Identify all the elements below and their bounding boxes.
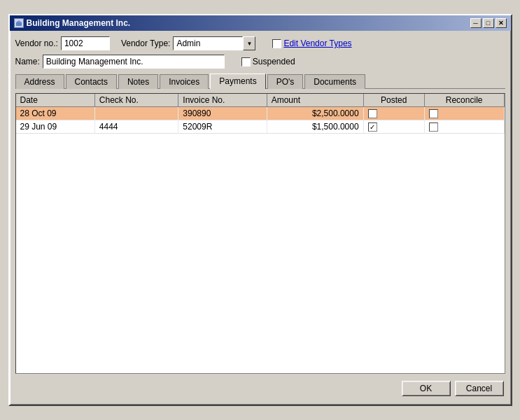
payments-table: Date Check No. Invoice No. Amount Posted… (16, 94, 505, 134)
title-buttons: ─ □ ✕ (470, 18, 507, 28)
cell-posted[interactable] (363, 107, 424, 120)
col-header-amount: Amount (267, 94, 363, 107)
payments-table-container: Date Check No. Invoice No. Amount Posted… (15, 93, 505, 374)
vendor-type-input[interactable] (173, 36, 243, 50)
name-input[interactable] (43, 55, 225, 69)
window-title: Building Management Inc. (27, 18, 131, 28)
cell-date: 28 Oct 09 (16, 107, 95, 120)
name-label: Name: (15, 57, 40, 66)
cell-amount: $2,500.0000 (267, 107, 363, 120)
cell-invoiceno: 390890 (178, 107, 267, 120)
tab-contacts[interactable]: Contacts (66, 74, 117, 89)
vendor-no-group: Vendor no.: (15, 36, 110, 50)
minimize-button[interactable]: ─ (470, 18, 482, 28)
cell-invoiceno: 52009R (178, 120, 267, 134)
suspended-checkbox[interactable] (241, 57, 251, 66)
table-row[interactable]: 28 Oct 09390890$2,500.0000 (16, 107, 505, 120)
table-row[interactable]: 29 Jun 09444452009R$1,500.0000 (16, 120, 505, 134)
tab-notes[interactable]: Notes (118, 74, 158, 89)
tabs-container: Address Contacts Notes Invoices Payments… (15, 73, 505, 89)
col-header-date: Date (16, 94, 95, 107)
posted-checkbox[interactable] (368, 109, 377, 118)
cell-checkno: 4444 (94, 120, 178, 134)
reconcile-checkbox[interactable] (429, 109, 438, 118)
name-group: Name: (15, 55, 225, 69)
vendor-type-label: Vendor Type: (121, 38, 171, 48)
tab-invoices[interactable]: Invoices (160, 74, 209, 89)
suspended-group: Suspended (241, 57, 295, 66)
edit-vendor-types-link[interactable]: Edit Vendor Types (283, 38, 351, 48)
posted-checkbox[interactable] (368, 122, 377, 132)
vendor-no-label: Vendor no.: (15, 38, 58, 48)
col-header-posted: Posted (363, 94, 424, 107)
main-window: Building Management Inc. ─ □ ✕ Vendor no… (8, 14, 512, 406)
cell-date: 29 Jun 09 (16, 120, 95, 134)
form-row-1: Vendor no.: Vendor Type: ▼ Edit Vendor T… (15, 36, 505, 50)
tab-documents[interactable]: Documents (304, 74, 365, 89)
tab-payments[interactable]: Payments (210, 74, 265, 89)
maximize-button[interactable]: □ (483, 18, 494, 28)
cancel-button[interactable]: Cancel (455, 381, 504, 396)
svg-rect-0 (16, 22, 22, 26)
reconcile-checkbox[interactable] (429, 122, 438, 132)
edit-vendor-types-checkbox[interactable] (272, 39, 281, 48)
suspended-label: Suspended (253, 57, 295, 66)
table-header-row: Date Check No. Invoice No. Amount Posted… (16, 94, 505, 107)
cell-reconcile[interactable] (424, 107, 504, 120)
title-bar-left: Building Management Inc. (14, 18, 131, 28)
svg-marker-1 (16, 20, 22, 22)
vendor-type-combo: ▼ (173, 36, 255, 50)
close-button[interactable]: ✕ (496, 18, 507, 28)
title-bar: Building Management Inc. ─ □ ✕ (10, 15, 511, 31)
vendor-type-dropdown-arrow[interactable]: ▼ (243, 36, 255, 50)
tab-pos[interactable]: PO's (267, 74, 304, 89)
col-header-checkno: Check No. (94, 94, 178, 107)
cell-reconcile[interactable] (424, 120, 504, 134)
cell-checkno (94, 107, 178, 120)
form-row-2: Name: Suspended (15, 55, 505, 69)
vendor-no-input[interactable] (61, 36, 110, 50)
cell-amount: $1,500.0000 (267, 120, 363, 134)
ok-button[interactable]: OK (402, 381, 451, 396)
tab-address[interactable]: Address (15, 74, 64, 89)
cell-posted[interactable] (363, 120, 424, 134)
col-header-reconcile: Reconcile (424, 94, 504, 107)
window-body: Vendor no.: Vendor Type: ▼ Edit Vendor T… (10, 31, 511, 405)
edit-vendor-types-group: Edit Vendor Types (272, 38, 351, 48)
app-icon (14, 18, 24, 28)
col-header-invoiceno: Invoice No. (178, 94, 267, 107)
footer: OK Cancel (15, 378, 505, 399)
vendor-type-group: Vendor Type: ▼ (121, 36, 256, 50)
